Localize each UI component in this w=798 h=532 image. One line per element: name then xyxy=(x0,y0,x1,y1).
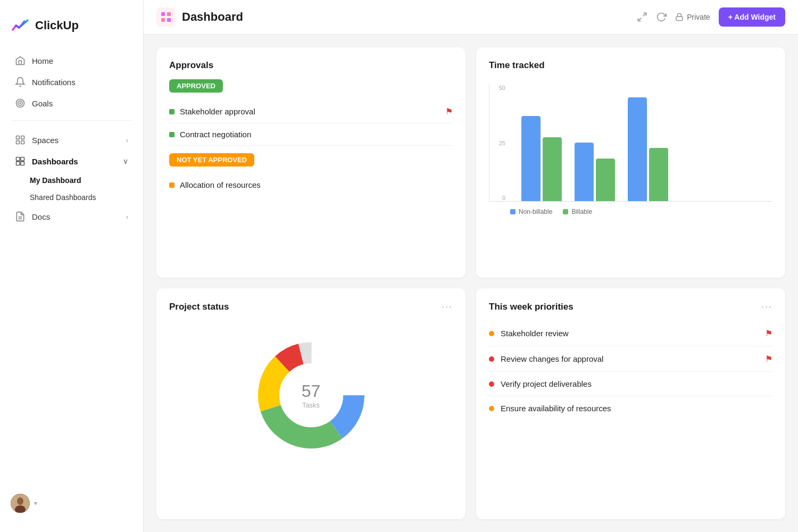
lock-icon xyxy=(675,13,684,21)
nav-notifications-label: Notifications xyxy=(32,78,76,87)
approval-dot-green-2 xyxy=(169,132,174,137)
nav-goals-label: Goals xyxy=(32,99,53,108)
time-tracked-card: Time tracked 50 25 0 Non-billable xyxy=(476,47,785,278)
docs-label: Docs xyxy=(32,212,50,221)
add-widget-button[interactable]: + Add Widget xyxy=(719,7,785,27)
bar-green-2 xyxy=(649,148,668,201)
priorities-title: This week priorities xyxy=(489,302,573,312)
dashboard-header-icon xyxy=(156,7,176,27)
expand-button[interactable] xyxy=(637,12,647,22)
clickup-logo-icon xyxy=(11,16,30,35)
priorities-card: This week priorities ··· Stakeholder rev… xyxy=(476,288,785,519)
legend-dot-nonbillable xyxy=(510,209,516,214)
header-actions: Private + Add Widget xyxy=(637,7,785,27)
header-title: Dashboard xyxy=(182,10,243,24)
priority-item-2[interactable]: Verify project deliverables xyxy=(489,372,772,396)
divider-1 xyxy=(11,120,132,121)
svg-point-14 xyxy=(17,497,23,505)
avatar xyxy=(11,494,30,513)
y-axis: 50 25 0 xyxy=(489,85,505,201)
user-avatar-svg xyxy=(11,494,30,513)
approval-dot-green xyxy=(169,109,174,114)
nav-item-docs[interactable]: Docs › xyxy=(4,206,139,227)
approval-text-stakeholder: Stakeholder approval xyxy=(180,107,440,116)
approval-item-allocation[interactable]: Allocation of resources xyxy=(169,174,453,196)
project-status-more-btn[interactable]: ··· xyxy=(442,301,453,312)
nav-item-home[interactable]: Home xyxy=(4,50,139,71)
donut-center: 57 Tasks xyxy=(302,381,321,409)
svg-rect-8 xyxy=(21,157,24,161)
legend-label-billable: Billable xyxy=(571,208,592,215)
approval-item-stakeholder[interactable]: Stakeholder approval ⚑ xyxy=(169,100,453,123)
legend-label-nonbillable: Non-billable xyxy=(519,208,552,215)
donut-wrapper: 57 Tasks xyxy=(253,337,370,454)
priority-text-2: Verify project deliverables xyxy=(501,379,772,388)
approved-badge: APPROVED xyxy=(169,79,223,93)
priorities-more-btn[interactable]: ··· xyxy=(761,301,772,312)
priority-item-1[interactable]: Review changes for approval⚑ xyxy=(489,346,772,372)
legend-dot-billable xyxy=(563,209,568,214)
y-label-0: 0 xyxy=(489,195,505,201)
nav-item-dashboards[interactable]: Dashboards ∨ xyxy=(4,151,139,172)
sidebar: ClickUp Home Notifications Goals xyxy=(0,0,144,532)
nav-home-label: Home xyxy=(32,56,53,65)
svg-rect-18 xyxy=(161,18,165,22)
priorities-list: Stakeholder review⚑Review changes for ap… xyxy=(489,321,772,420)
docs-icon xyxy=(15,211,26,222)
spaces-chevron: › xyxy=(126,136,128,144)
donut-container: 57 Tasks xyxy=(169,321,453,470)
y-label-50: 50 xyxy=(489,85,505,91)
svg-rect-4 xyxy=(21,136,24,139)
dashboards-label: Dashboards xyxy=(32,157,78,166)
user-chevron: ▾ xyxy=(34,500,37,507)
nav-section-spaces: Spaces › Dashboards ∨ My Dashboard Share… xyxy=(0,129,143,227)
approval-item-contract[interactable]: Contract negotiation xyxy=(169,123,453,146)
expand-icon xyxy=(637,12,647,22)
project-status-title: Project status xyxy=(169,302,229,312)
approvals-title: Approvals xyxy=(169,60,453,71)
bar-blue-0 xyxy=(521,116,541,201)
y-label-25: 25 xyxy=(489,140,505,146)
priority-item-3[interactable]: Ensure availability of resources xyxy=(489,396,772,420)
chart-legend: Non-billable Billable xyxy=(489,208,772,215)
my-dashboard-label: My Dashboard xyxy=(30,176,81,185)
nav-item-goals[interactable]: Goals xyxy=(4,93,139,114)
bell-icon xyxy=(15,77,26,87)
spaces-icon xyxy=(15,135,26,145)
priority-item-0[interactable]: Stakeholder review⚑ xyxy=(489,321,772,346)
header: Dashboard xyxy=(144,0,798,35)
donut-label: Tasks xyxy=(302,401,321,409)
svg-rect-19 xyxy=(167,18,171,22)
private-button[interactable]: Private xyxy=(675,13,710,21)
sub-item-shared-dashboards[interactable]: Shared Dashboards xyxy=(4,189,139,206)
svg-line-20 xyxy=(643,13,646,16)
refresh-button[interactable] xyxy=(656,12,667,22)
nav-item-spaces[interactable]: Spaces › xyxy=(4,129,139,151)
bar-groups xyxy=(511,85,679,201)
main-area: Dashboard xyxy=(144,0,798,532)
flag-icon-stakeholder: ⚑ xyxy=(445,106,453,117)
svg-rect-16 xyxy=(161,12,165,16)
svg-rect-17 xyxy=(167,12,171,16)
user-area[interactable]: ▾ xyxy=(0,485,143,521)
priority-flag-0: ⚑ xyxy=(765,328,772,338)
dashboard-grid: Approvals APPROVED Stakeholder approval … xyxy=(144,35,798,532)
priority-flag-1: ⚑ xyxy=(765,354,772,364)
goals-icon xyxy=(15,98,26,109)
sub-item-my-dashboard[interactable]: My Dashboard xyxy=(4,172,139,189)
nav-item-notifications[interactable]: Notifications xyxy=(4,71,139,93)
private-label: Private xyxy=(687,13,710,21)
time-tracked-title: Time tracked xyxy=(489,60,772,71)
dashboards-icon xyxy=(15,156,26,167)
logo-area: ClickUp xyxy=(0,11,143,48)
svg-rect-6 xyxy=(21,141,24,144)
svg-rect-9 xyxy=(16,162,20,165)
priority-text-0: Stakeholder review xyxy=(501,329,759,338)
grid-icon xyxy=(160,11,172,23)
priority-text-3: Ensure availability of resources xyxy=(501,404,772,413)
chart-area: 50 25 0 Non-billable Billable xyxy=(489,79,772,228)
priority-dot-1 xyxy=(489,356,494,362)
svg-line-21 xyxy=(638,18,642,21)
bar-blue-2 xyxy=(628,97,647,201)
home-icon xyxy=(15,55,26,66)
